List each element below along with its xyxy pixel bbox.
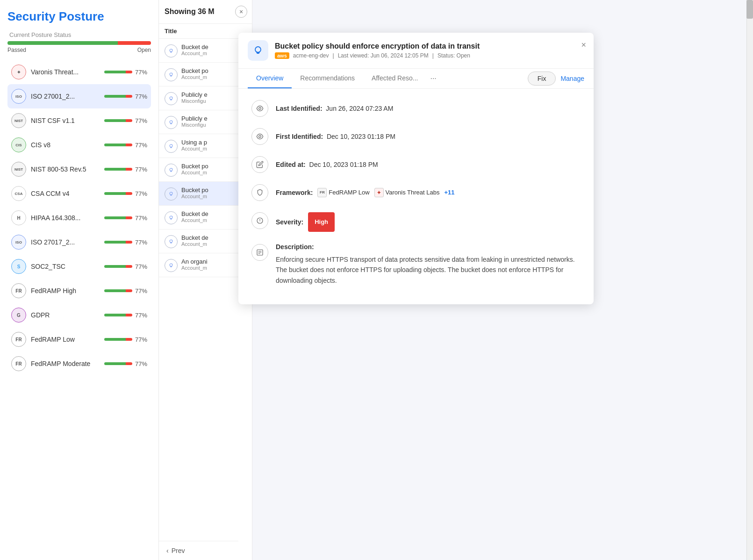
finding-text-6: Bucket po Account_m	[181, 187, 246, 199]
framework-item-fedramp-low[interactable]: FR FedRAMP Low 77%	[7, 327, 151, 352]
framework-item-varonis[interactable]: ✦ Varonis Threat... 77%	[7, 60, 151, 84]
framework-item-iso27001[interactable]: ISO ISO 27001_2... 77%	[7, 84, 151, 108]
framework-tag-varonis: ✦ Varonis Threat Labs	[374, 184, 440, 201]
finding-icon-5	[165, 164, 178, 177]
tab-more-button[interactable]: ···	[426, 69, 440, 88]
lightbulb-icon	[252, 45, 264, 56]
framework-name-iso27017: ISO 27017_2...	[31, 238, 100, 246]
finding-sub-1: Account_m	[181, 74, 246, 80]
severity-row: Severity: High	[251, 212, 581, 232]
framework-item-nist-csf[interactable]: NIST NIST CSF v1.1 77%	[7, 108, 151, 133]
framework-item-fedramp-mod[interactable]: FR FedRAMP Moderate 77%	[7, 352, 151, 376]
framework-plus-count: +11	[444, 184, 454, 201]
framework-progress-nist-csf: 77%	[104, 117, 147, 124]
detail-body: Last Identified: Jun 26, 2024 07:23 AM F…	[238, 89, 594, 304]
framework-name-iso27001: ISO 27001_2...	[31, 93, 100, 100]
framework-progress-fedramp-high: 77%	[104, 287, 147, 294]
detail-header-info: Bucket policy should enforce encryption …	[275, 42, 584, 59]
framework-row: Framework: FR FedRAMP Low ✦ Varonis Thre…	[251, 184, 581, 201]
aws-badge: aws	[275, 52, 289, 59]
svg-point-8	[170, 240, 172, 243]
description-text: Enforcing secure HTTPS transport of data…	[276, 254, 581, 286]
finding-sub-6: Account_m	[181, 194, 246, 199]
framework-progress-iso27001: 77%	[104, 93, 147, 100]
eye-icon	[251, 100, 268, 117]
sidebar: Security Posture Current Posture Status …	[0, 0, 159, 560]
finding-text-5: Bucket po Account_m	[181, 163, 246, 175]
framework-icon-varonis: ✦	[11, 65, 26, 79]
framework-icon-fedramp-mod: FR	[11, 356, 26, 371]
finding-icon-0	[165, 44, 178, 57]
prev-chevron-icon: ‹	[166, 547, 169, 554]
finding-title-0: Bucket de	[181, 43, 246, 50]
framework-item-cis-v8[interactable]: CIS CIS v8 77%	[7, 133, 151, 157]
framework-item-nist-800[interactable]: NIST NIST 800-53 Rev.5 77%	[7, 157, 151, 181]
mini-bar-nist-800	[104, 168, 132, 171]
framework-item-iso27017[interactable]: ISO ISO 27017_2... 77%	[7, 230, 151, 254]
finding-text-8: Bucket de Account_m	[181, 234, 246, 247]
tab-overview[interactable]: Overview	[248, 69, 292, 88]
mini-pct-fedramp-mod: 77%	[135, 360, 147, 367]
progress-bar-fill	[7, 41, 151, 45]
framework-icon-iso27017: ISO	[11, 235, 26, 250]
framework-name-cis-v8: CIS v8	[31, 141, 100, 149]
mini-pct-iso27001: 77%	[135, 93, 147, 100]
description-heading: Description:	[276, 243, 581, 251]
open-label: Open	[137, 47, 151, 53]
framework-progress-fedramp-mod: 77%	[104, 360, 147, 367]
status: Status: Open	[437, 52, 470, 59]
tab-affected-resources[interactable]: Affected Reso...	[363, 69, 426, 88]
manage-button[interactable]: Manage	[560, 75, 584, 82]
framework-icon-csa-ccm: CSA	[11, 186, 26, 201]
severity-label: Severity: High	[276, 212, 335, 232]
framework-name-fedramp-mod: FedRAMP Moderate	[31, 360, 100, 367]
framework-progress-cis-v8: 77%	[104, 142, 147, 149]
framework-item-soc2[interactable]: S SOC2_TSC 77%	[7, 254, 151, 279]
mini-bar-hipaa	[104, 216, 132, 219]
framework-progress-csa-ccm: 77%	[104, 190, 147, 197]
framework-name-hipaa: HIPAA 164.308...	[31, 214, 100, 222]
framework-item-fedramp-high[interactable]: FR FedRAMP High 77%	[7, 279, 151, 303]
scrollbar-thumb[interactable]	[746, 0, 753, 19]
framework-icon-nist-csf: NIST	[11, 113, 26, 128]
first-identified-row: First Identified: Dec 10, 2023 01:18 PM	[251, 128, 581, 145]
detail-header: Bucket policy should enforce encryption …	[238, 33, 594, 69]
separator2: |	[432, 52, 434, 59]
framework-name-nist-800: NIST 800-53 Rev.5	[31, 165, 100, 173]
framework-progress-nist-800: 77%	[104, 166, 147, 173]
finding-icon-2	[165, 92, 178, 105]
fedramp-low-icon: FR	[317, 188, 327, 197]
framework-icon-hipaa: H	[11, 210, 26, 225]
framework-item-gdpr[interactable]: G GDPR 77%	[7, 303, 151, 327]
svg-point-0	[170, 49, 172, 52]
fix-button[interactable]: Fix	[528, 72, 556, 86]
showing-label: Showing 36 M	[165, 7, 246, 16]
finding-title-5: Bucket po	[181, 163, 246, 170]
framework-icon-nist-800: NIST	[11, 162, 26, 177]
framework-item-hipaa[interactable]: H HIPAA 164.308... 77%	[7, 206, 151, 230]
close-middle-button[interactable]: ×	[235, 6, 247, 18]
mini-pct-hipaa: 77%	[135, 215, 147, 222]
tab-recommendations[interactable]: Recommendations	[292, 69, 363, 88]
finding-title-8: Bucket de	[181, 234, 246, 241]
mini-pct-csa-ccm: 77%	[135, 190, 147, 197]
prev-button[interactable]: ‹ Prev	[159, 541, 238, 560]
svg-point-9	[170, 264, 172, 266]
mini-pct-cis-v8: 77%	[135, 142, 147, 149]
right-scrollbar[interactable]	[746, 0, 753, 560]
detail-close-button[interactable]: ×	[581, 40, 586, 50]
finding-title-3: Publicly e	[181, 115, 246, 122]
mini-bar-iso27001	[104, 95, 132, 98]
svg-point-3	[170, 121, 172, 123]
framework-name-gdpr: GDPR	[31, 311, 100, 319]
svg-point-7	[170, 216, 172, 219]
framework-icon-gdpr: G	[11, 308, 26, 323]
framework-progress-soc2: 77%	[104, 263, 147, 270]
finding-title-7: Bucket de	[181, 210, 246, 217]
framework-progress-gdpr: 77%	[104, 312, 147, 319]
mini-pct-fedramp-low: 77%	[135, 336, 147, 343]
mini-bar-fedramp-high	[104, 289, 132, 292]
framework-item-csa-ccm[interactable]: CSA CSA CCM v4 77%	[7, 181, 151, 206]
framework-progress-varonis: 77%	[104, 69, 147, 76]
finding-sub-4: Account_m	[181, 146, 246, 151]
